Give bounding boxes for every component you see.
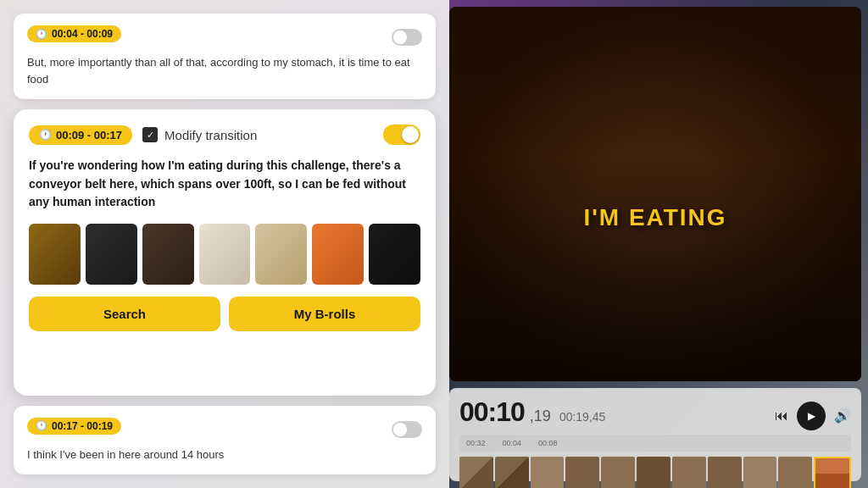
checkbox-icon[interactable]: ✓: [142, 127, 158, 142]
my-brolls-button[interactable]: My B-rolls: [229, 297, 420, 331]
volume-button[interactable]: 🔊: [834, 408, 851, 424]
film-frame-6[interactable]: [637, 457, 670, 488]
modal-transcript-text: If you're wondering how I'm eating durin…: [29, 157, 420, 212]
play-button[interactable]: ▶: [797, 402, 826, 430]
thumbnail-3[interactable]: [142, 224, 194, 285]
modal-clock-icon: 🕐: [39, 129, 52, 141]
modal-toggle[interactable]: [383, 125, 420, 145]
film-frame-5[interactable]: [601, 457, 635, 488]
clock-icon: 🕐: [36, 29, 47, 40]
film-frame-1[interactable]: [459, 457, 493, 488]
thumbnails-row: [29, 224, 420, 285]
modal-time-badge: 🕐 00:09 - 00:17: [29, 125, 132, 145]
ruler-mark-3: 00:08: [538, 439, 558, 447]
bottom-toggle-knob: [393, 423, 407, 436]
video-overlay-text: I'M EATING: [583, 204, 726, 231]
total-time: 00:19,45: [559, 410, 606, 424]
search-button[interactable]: Search: [29, 297, 220, 331]
modal-card: 🕐 00:09 - 00:17 ✓ Modify transition If y…: [14, 109, 436, 396]
video-preview: I'M EATING: [449, 7, 861, 381]
time-display: 00:10 ,19 00:19,45: [459, 396, 605, 428]
current-time-sub: ,19: [530, 408, 551, 425]
timeline-area: 00:10 ,19 00:19,45 ⏮ ▶ 🔊 00:32 00:04 00:…: [449, 388, 861, 481]
bottom-toggle[interactable]: [392, 421, 422, 438]
top-toggle-knob: [393, 30, 407, 44]
film-frame-10[interactable]: [778, 457, 812, 488]
filmstrip: [459, 457, 851, 488]
film-frame-4[interactable]: [565, 457, 599, 488]
modify-transition-label: Modify transition: [164, 128, 257, 142]
film-frame-7[interactable]: [672, 457, 706, 488]
thumbnail-4[interactable]: [199, 224, 251, 285]
bottom-time-badge: 🕐 00:17 - 00:19: [27, 418, 121, 435]
bottom-clock-icon: 🕐: [36, 420, 47, 431]
thumbnail-1[interactable]: [29, 224, 81, 285]
thumbnail-2[interactable]: [86, 224, 137, 285]
thumbnail-5[interactable]: [255, 224, 307, 285]
film-frame-11-active[interactable]: [814, 457, 851, 488]
modify-transition: ✓ Modify transition: [142, 127, 373, 142]
film-frame-2[interactable]: [495, 457, 529, 488]
modal-header: 🕐 00:09 - 00:17 ✓ Modify transition: [29, 125, 420, 145]
ruler-mark-1: 00:32: [466, 439, 486, 447]
timeline-ruler: 00:32 00:04 00:08: [459, 435, 851, 452]
skip-back-button[interactable]: ⏮: [775, 408, 788, 424]
transcript-card-top: 🕐 00:04 - 00:09 But, more importantly th…: [14, 14, 436, 99]
thumbnail-7[interactable]: [369, 224, 420, 285]
main-layout: 🕐 00:04 - 00:09 But, more importantly th…: [0, 0, 868, 488]
top-toggle[interactable]: [392, 29, 422, 46]
time-header: 00:10 ,19 00:19,45 ⏮ ▶ 🔊: [459, 396, 851, 435]
playback-controls: ⏮ ▶ 🔊: [775, 402, 851, 430]
bottom-transcript-text: I think I've been in here around 14 hour…: [27, 446, 422, 463]
top-time-badge: 🕐 00:04 - 00:09: [27, 25, 121, 42]
right-panel: I'M EATING 00:10 ,19 00:19,45 ⏮ ▶ 🔊 00:3…: [449, 0, 868, 488]
film-frame-8[interactable]: [708, 457, 742, 488]
top-transcript-text: But, more importantly than all of that, …: [27, 54, 422, 87]
ruler-mark-2: 00:04: [503, 439, 522, 447]
modal-toggle-knob: [402, 126, 419, 143]
action-buttons: Search My B-rolls: [29, 297, 420, 331]
transcript-card-bottom: 🕐 00:17 - 00:19 I think I've been in her…: [14, 406, 436, 475]
thumbnail-6[interactable]: [312, 224, 364, 285]
current-time: 00:10: [459, 396, 525, 428]
film-frame-3[interactable]: [531, 457, 565, 488]
film-frame-9[interactable]: [743, 457, 777, 488]
left-panel: 🕐 00:04 - 00:09 But, more importantly th…: [0, 0, 449, 488]
